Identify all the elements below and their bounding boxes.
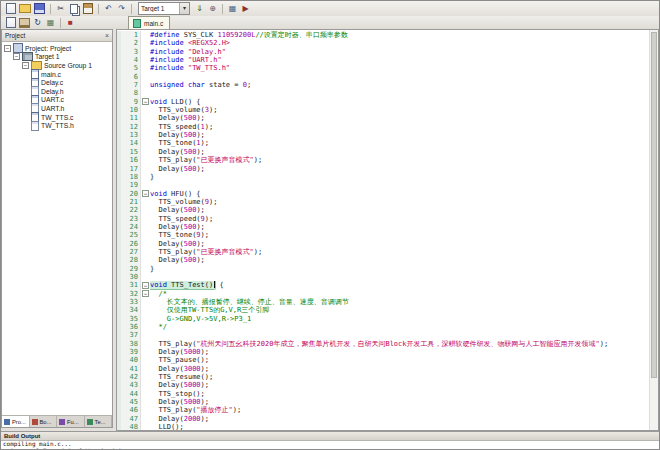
tab-books[interactable]: Bo... bbox=[30, 416, 58, 427]
tree-item-delay-c[interactable]: Delay.c bbox=[2, 78, 112, 87]
code-line[interactable]: 24 Delay(500); bbox=[117, 223, 650, 231]
code-line[interactable]: 47 Delay(2000); bbox=[117, 415, 650, 423]
code-line[interactable]: 11 Delay(500); bbox=[117, 114, 650, 122]
code-line[interactable]: 20−void HFU() { bbox=[117, 190, 650, 198]
translate-file-icon[interactable] bbox=[6, 17, 16, 28]
code-line[interactable]: 29} bbox=[117, 265, 650, 273]
fold-collapse-icon[interactable]: − bbox=[142, 98, 149, 105]
code-line[interactable]: 27 TTS_play("已更换声音模式"); bbox=[117, 248, 650, 256]
code-line[interactable]: 16 TTS_play("已更换声音模式"); bbox=[117, 156, 650, 164]
code-line[interactable]: 44 TTS_stop(); bbox=[117, 390, 650, 398]
code-line[interactable]: 35 G->GND,V->5V,R->P3_1 bbox=[117, 315, 650, 323]
cut-icon[interactable]: ✂ bbox=[55, 3, 66, 14]
new-file-icon[interactable] bbox=[6, 3, 16, 14]
fold-column[interactable]: − bbox=[141, 190, 150, 198]
stop-build-icon[interactable]: ■ bbox=[65, 17, 76, 28]
code-line[interactable]: 2#include <REGX52.H> bbox=[117, 39, 650, 47]
batch-build-icon[interactable]: ▦ bbox=[45, 17, 56, 28]
keil-uvision-window: ✂↶↷ Target 1 ▾ ⇓⊕▦▶ ↻▦■ main.c Project ×… bbox=[0, 0, 660, 450]
pack-installer-icon[interactable]: ▦ bbox=[227, 3, 238, 14]
close-icon[interactable]: × bbox=[105, 31, 109, 40]
tab-templates[interactable]: Te... bbox=[85, 416, 113, 427]
code-text: TTS_resume(); bbox=[150, 373, 650, 381]
code-line[interactable]: 13 Delay(500); bbox=[117, 131, 650, 139]
code-line[interactable]: 10 TTS_volume(3); bbox=[117, 106, 650, 114]
code-line[interactable]: 15 Delay(500); bbox=[117, 148, 650, 156]
tree-item-source-group-1[interactable]: −Source Group 1 bbox=[2, 61, 112, 70]
tree-item-target-1[interactable]: −Target 1 bbox=[2, 53, 112, 62]
code-line[interactable]: 18} bbox=[117, 173, 650, 181]
fold-column[interactable]: − bbox=[141, 98, 150, 106]
chevron-down-icon[interactable]: ▾ bbox=[179, 3, 189, 14]
editor-vertical-scrollbar[interactable] bbox=[649, 30, 658, 430]
build-output-content[interactable]: compiling main.c...main.c - 0 Error(s), … bbox=[1, 441, 659, 449]
code-line[interactable]: 14 TTS_tone(1); bbox=[117, 139, 650, 147]
target-select[interactable]: Target 1 ▾ bbox=[138, 2, 190, 15]
code-line[interactable]: 12 TTS_speed(1); bbox=[117, 123, 650, 131]
code-line[interactable]: 36 */ bbox=[117, 323, 650, 331]
code-line[interactable]: 41 Delay(3000); bbox=[117, 365, 650, 373]
code-line[interactable]: 42 TTS_resume(); bbox=[117, 373, 650, 381]
tree-item-tw-tts-h[interactable]: TW_TTS.h bbox=[2, 121, 112, 130]
code-line[interactable]: 46 TTS_play("播放停止"); bbox=[117, 406, 650, 414]
fold-collapse-icon[interactable]: − bbox=[142, 190, 149, 197]
code-line[interactable]: 43 Delay(5000); bbox=[117, 381, 650, 389]
scrollbar-thumb[interactable] bbox=[651, 32, 657, 378]
options-for-target-icon[interactable]: ⊕ bbox=[207, 3, 218, 14]
code-line[interactable]: 17 Delay(500); bbox=[117, 165, 650, 173]
fold-collapse-icon[interactable]: − bbox=[142, 290, 149, 297]
code-line[interactable]: 34 仅使用TW-TTS的G,V,R三个引脚 bbox=[117, 306, 650, 314]
tree-item-uart-c[interactable]: UART.c bbox=[2, 96, 112, 105]
code-line[interactable]: 48 LLD(); bbox=[117, 423, 650, 431]
fold-collapse-icon[interactable]: − bbox=[142, 282, 149, 289]
flash-download-icon[interactable]: ⇓ bbox=[194, 3, 205, 14]
expander-icon[interactable]: − bbox=[13, 53, 20, 60]
code-line[interactable]: 32− /* bbox=[117, 290, 650, 298]
fold-column[interactable]: − bbox=[141, 290, 150, 298]
tab-main-c[interactable]: main.c bbox=[128, 16, 170, 29]
code-line[interactable]: 33 长文本的、播报暂停、继续、停止、音量、速度、音调调节 bbox=[117, 298, 650, 306]
code-line[interactable]: 30 bbox=[117, 273, 650, 281]
code-line[interactable]: 28 Delay(500); bbox=[117, 256, 650, 264]
code-editor[interactable]: 1#define SYS_CLK 11059200L//设置定时器、串口频率参数… bbox=[116, 29, 659, 431]
tree-item-project-project[interactable]: −Project: Project bbox=[2, 44, 112, 53]
tree-item-tw-tts-c[interactable]: TW_TTS.c bbox=[2, 113, 112, 122]
code-line[interactable]: 38 TTS_play("杭州天问五幺科技2020年成立，聚焦单片机开发，自研天… bbox=[117, 340, 650, 348]
fold-column[interactable]: − bbox=[141, 281, 150, 289]
code-line[interactable]: 9−void LLD() { bbox=[117, 98, 650, 106]
tree-item-uart-h[interactable]: UART.h bbox=[2, 104, 112, 113]
code-line[interactable]: 8 bbox=[117, 89, 650, 97]
save-icon[interactable] bbox=[34, 3, 45, 14]
expander-icon[interactable]: − bbox=[4, 45, 11, 52]
paste-icon[interactable] bbox=[83, 3, 93, 14]
build-icon[interactable] bbox=[19, 18, 30, 28]
code-line[interactable]: 6 bbox=[117, 73, 650, 81]
code-line[interactable]: 31−void TTS_Test() { bbox=[117, 281, 650, 289]
expander-icon[interactable]: − bbox=[22, 62, 29, 69]
rebuild-all-icon[interactable]: ↻ bbox=[32, 17, 43, 28]
code-line[interactable]: 37 bbox=[117, 331, 650, 339]
redo-icon[interactable]: ↷ bbox=[116, 3, 127, 14]
code-line[interactable]: 7unsigned char state = 0; bbox=[117, 81, 650, 89]
open-file-icon[interactable] bbox=[19, 4, 31, 13]
code-line[interactable]: 3#include "Delay.h" bbox=[117, 48, 650, 56]
code-line[interactable]: 26 Delay(500); bbox=[117, 240, 650, 248]
undo-icon[interactable]: ↶ bbox=[103, 3, 114, 14]
code-line[interactable]: 23 TTS_speed(9); bbox=[117, 215, 650, 223]
code-line[interactable]: 45 Delay(5000); bbox=[117, 398, 650, 406]
tree-item-main-c[interactable]: main.c bbox=[2, 70, 112, 79]
code-line[interactable]: 1#define SYS_CLK 11059200L//设置定时器、串口频率参数 bbox=[117, 31, 650, 39]
code-line[interactable]: 5#include "TW_TTS.h" bbox=[117, 64, 650, 72]
code-line[interactable]: 39 Delay(5000); bbox=[117, 348, 650, 356]
tab-project[interactable]: Pro... bbox=[2, 416, 30, 427]
code-line[interactable]: 4#include "UART.h" bbox=[117, 56, 650, 64]
code-line[interactable]: 40 TTS_pause(); bbox=[117, 356, 650, 364]
debug-icon[interactable]: ▶ bbox=[240, 3, 251, 14]
code-line[interactable]: 19 bbox=[117, 181, 650, 189]
tree-item-delay-h[interactable]: Delay.h bbox=[2, 87, 112, 96]
code-line[interactable]: 25 TTS_tone(9); bbox=[117, 231, 650, 239]
code-line[interactable]: 22 Delay(500); bbox=[117, 206, 650, 214]
code-line[interactable]: 21 TTS_volume(9); bbox=[117, 198, 650, 206]
copy-icon[interactable] bbox=[70, 4, 78, 14]
tab-functions[interactable]: Fu... bbox=[57, 416, 85, 427]
